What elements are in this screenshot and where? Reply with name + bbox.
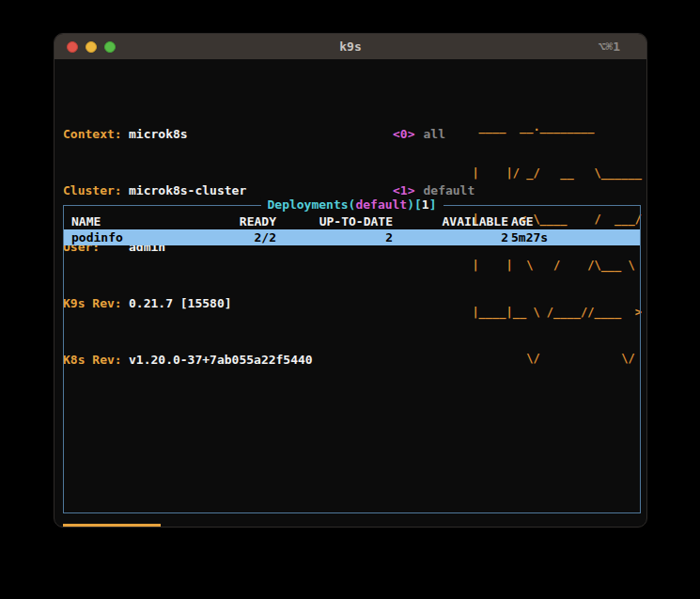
context-info-line: Context:microk8s <box>63 125 313 144</box>
breadcrumb-deployment: <deployment> <box>63 524 161 528</box>
cluster-label: Cluster: <box>63 181 129 200</box>
panel-title-paren: ( <box>349 197 356 212</box>
namespace-name-default: default <box>414 183 474 197</box>
terminal-content: Context:microk8s Cluster:microk8s-cluste… <box>54 59 646 528</box>
namespace-key-1: <1> <box>393 183 414 197</box>
breadcrumb: <deployment> <box>63 522 161 528</box>
context-value: microk8s <box>129 127 188 141</box>
panel-title-paren: ) <box>407 197 414 212</box>
deployments-panel: Deployments(default)[1] NAME READY UP-TO… <box>63 205 641 513</box>
panel-title-namespace: default <box>355 197 407 212</box>
logo-line: | |/ _/ __ \______ <box>472 166 642 181</box>
context-label: Context: <box>63 125 129 144</box>
column-header-age: AGE <box>508 213 640 229</box>
column-header-ready: READY <box>186 213 276 229</box>
cell-up-to-date: 2 <box>276 229 393 245</box>
cell-name: podinfo <box>64 229 186 245</box>
terminal-window: k9s ⌥⌘1 Context:microk8s Cluster:microk8… <box>54 33 647 528</box>
cell-ready: 2/2 <box>186 229 276 245</box>
window-titlebar[interactable]: k9s ⌥⌘1 <box>54 34 646 59</box>
deployments-table: NAME READY UP-TO-DATE AVAILABLE AGE podi… <box>64 213 640 245</box>
cell-available: 2 <box>393 229 508 245</box>
column-header-available: AVAILABLE <box>393 213 508 229</box>
logo-line: ____ __.________ <box>472 119 642 134</box>
namespace-shortcut-all: <0>all <box>393 125 474 144</box>
cell-age: 5m27s <box>508 229 640 245</box>
panel-title: Deployments(default)[1] <box>260 197 443 212</box>
window-tab-shortcut: ⌥⌘1 <box>599 39 620 54</box>
panel-title-resource: Deployments <box>267 197 348 212</box>
namespace-key-0: <0> <box>393 127 414 141</box>
panel-title-bracket: ] <box>429 197 437 212</box>
cluster-value: microk8s-cluster <box>129 183 246 197</box>
namespace-name-all: all <box>414 127 444 141</box>
window-title: k9s <box>54 39 646 54</box>
table-row[interactable]: podinfo 2/2 2 2 5m27s <box>64 229 640 245</box>
column-header-name: NAME <box>64 213 186 229</box>
column-header-up-to-date: UP-TO-DATE <box>276 213 393 229</box>
table-header-row: NAME READY UP-TO-DATE AVAILABLE AGE <box>64 213 640 229</box>
